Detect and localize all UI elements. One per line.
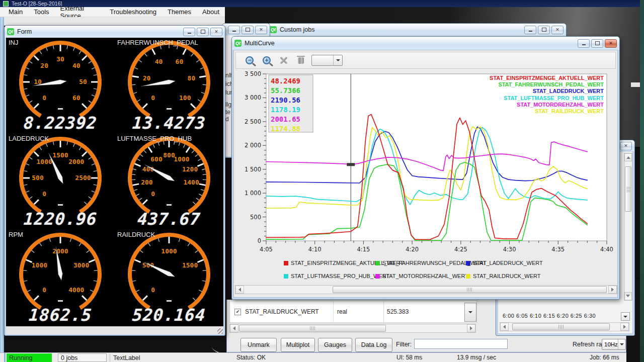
maximize-button[interactable] — [591, 39, 603, 48]
svg-text:20: 20 — [143, 74, 151, 82]
zoom-in-icon[interactable]: + — [260, 54, 273, 67]
chevron-down-icon — [336, 59, 340, 61]
ui-time-text: UI: 58 ms — [396, 354, 422, 361]
svg-text:48.2469: 48.2469 — [271, 77, 300, 85]
multicurve-titlebar[interactable]: Qt MultiCurve ✕ — [232, 37, 619, 50]
job-time-text: Job: 66 ms — [590, 354, 619, 361]
minimize-button[interactable] — [524, 26, 536, 34]
svg-text:2001.65: 2001.65 — [271, 115, 300, 123]
menu-troubleshooting[interactable]: Troubleshooting — [104, 8, 162, 16]
scroll-left-icon[interactable] — [500, 323, 509, 331]
minimize-button[interactable] — [183, 28, 195, 36]
scrollbar-thumb[interactable] — [239, 325, 386, 332]
variables-table[interactable]: ✔ STAT_RAILDRUCK_WERT real 525.383 — [229, 301, 477, 323]
table-gridline — [333, 301, 334, 322]
settings-tools-icon[interactable] — [277, 54, 290, 67]
scroll-left-icon[interactable] — [235, 286, 244, 294]
close-button[interactable]: ✕ — [605, 39, 617, 48]
multicurve-title: MultiCurve — [245, 40, 275, 47]
menu-main[interactable]: Main — [3, 8, 28, 16]
scrollbar-thumb[interactable] — [512, 323, 610, 330]
background-window-titlebar[interactable]: ✕ — [222, 24, 270, 36]
timeline-ticks: 6:00 6:05 6:10 6:15 6:20 6:25 6:30 — [503, 313, 596, 319]
chart-hscrollbar[interactable] — [235, 285, 617, 294]
close-button[interactable]: ✕ — [620, 142, 632, 150]
refresh-rate-combo[interactable]: 10Hz — [602, 339, 626, 350]
curve-select-combo[interactable] — [311, 55, 343, 66]
gauge-value-luftmasse-pro-hub: 437.67 — [114, 209, 224, 229]
form-titlebar[interactable]: Qt Form ✕ — [5, 26, 225, 38]
row-checkbox[interactable]: ✔ — [234, 309, 241, 315]
svg-text:1200: 1200 — [182, 165, 198, 173]
svg-text:0: 0 — [42, 94, 46, 102]
chevron-down-icon — [468, 311, 472, 313]
scroll-right-icon[interactable] — [608, 286, 617, 294]
table-hscrollbar[interactable] — [229, 324, 476, 333]
close-button[interactable]: ✕ — [210, 28, 222, 36]
trash-icon[interactable] — [294, 54, 307, 67]
svg-text:1400: 1400 — [183, 178, 199, 186]
gauge-label-rpm: RPM — [9, 231, 23, 238]
qt-logo-icon: Qt — [7, 28, 14, 35]
multicurve-toolbar: − + — [235, 52, 616, 69]
refresh-rate-value: 10Hz — [602, 341, 618, 347]
svg-text:1 000: 1 000 — [245, 190, 261, 197]
resize-grip[interactable] — [217, 328, 223, 334]
gauge-label-luftmasse-pro-hub: LUFTMASSE_PRO_HUB — [117, 135, 192, 142]
menu-tools[interactable]: Tools — [28, 8, 54, 16]
svg-text:4:40: 4:40 — [600, 246, 613, 253]
clipped-text-fragment: te — [225, 109, 230, 116]
timeline-dropdown-button[interactable] — [621, 312, 630, 321]
svg-text:1500: 1500 — [182, 261, 198, 269]
custom-jobs-titlebar[interactable]: Qt Custom jobs ✕ — [267, 24, 566, 36]
table-cell-name[interactable]: STAT_RAILDRUCK_WERT — [245, 308, 319, 315]
svg-text:200: 200 — [141, 178, 153, 186]
minimize-button[interactable] — [228, 26, 240, 34]
gauge-value-rpm: 1862.5 — [6, 305, 116, 325]
scrollbar-thumb[interactable] — [625, 166, 631, 212]
svg-text:2000: 2000 — [68, 158, 84, 165]
scroll-up-icon[interactable] — [624, 153, 632, 161]
text-label: TextLabel — [110, 353, 142, 362]
svg-text:30: 30 — [56, 55, 64, 63]
svg-text:2190.56: 2190.56 — [271, 96, 300, 104]
maximize-button[interactable] — [538, 26, 550, 34]
form-statusstrip — [6, 326, 223, 334]
mdi-area-strip — [4, 17, 225, 26]
minimize-button[interactable] — [578, 39, 590, 48]
scroll-down-icon[interactable] — [624, 292, 632, 300]
filter-input[interactable] — [414, 339, 508, 349]
menu-about[interactable]: About — [197, 8, 225, 16]
table-cell-type[interactable]: real — [337, 308, 347, 315]
table-dropdown-button[interactable] — [464, 303, 476, 322]
maximize-button[interactable] — [242, 26, 254, 34]
legend-item: STAT_RAILDRUCK_WERT — [466, 273, 540, 279]
multicurve-chart[interactable]: 05001 0001 5002 0002 5003 0003 5004:054:… — [233, 69, 619, 259]
gauges-button[interactable]: Gauges — [318, 338, 352, 352]
clipped-text-fragment: llg — [225, 101, 231, 108]
legend-color-swatch — [375, 274, 380, 279]
datalog-button[interactable]: Data Log — [355, 338, 392, 352]
svg-text:STAT_EINSPRITZMENGE_AKTUELL_WE: STAT_EINSPRITZMENGE_AKTUELL_WERT — [490, 75, 604, 81]
custom-jobs-title: Custom jobs — [280, 26, 314, 33]
scrollbar-thumb[interactable] — [333, 286, 607, 293]
maximize-button[interactable] — [197, 28, 209, 36]
qt-logo-icon: Qt — [234, 40, 242, 47]
unmark-button[interactable]: Unmark — [240, 338, 277, 352]
status-ok-text: Status: OK — [236, 354, 266, 361]
multiplot-button[interactable]: Multiplot — [281, 338, 315, 352]
close-button[interactable]: ✕ — [255, 26, 267, 34]
menu-themes[interactable]: Themes — [162, 8, 197, 16]
timeline-hscrollbar[interactable] — [500, 322, 629, 331]
legend-color-swatch — [375, 261, 380, 265]
svg-text:60: 60 — [72, 94, 80, 102]
scroll-right-icon[interactable] — [467, 324, 475, 332]
zoom-out-icon[interactable]: − — [243, 54, 256, 67]
scroll-left-icon[interactable] — [230, 324, 238, 332]
timeline-vscrollbar[interactable] — [624, 153, 632, 301]
scroll-right-icon[interactable] — [620, 323, 629, 331]
close-button[interactable]: ✕ — [551, 26, 564, 34]
legend-color-swatch — [466, 274, 470, 279]
table-cell-value[interactable]: 525.383 — [387, 308, 409, 315]
svg-text:2 000: 2 000 — [245, 142, 261, 149]
